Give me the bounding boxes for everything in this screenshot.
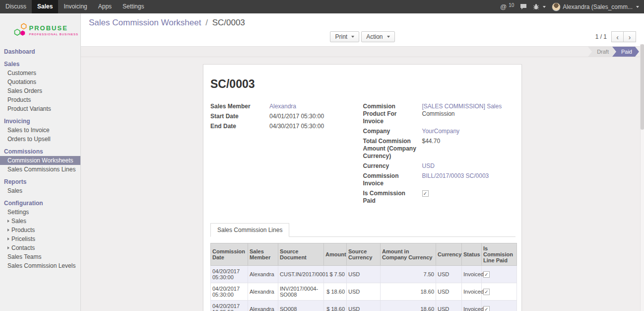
logo-name: PROBUSE [29,24,78,32]
sidebar-item-reports-sales[interactable]: Sales [0,186,80,195]
col-sales-member[interactable]: Sales Member [248,243,278,266]
company-link[interactable]: YourCompany [422,128,460,135]
menu-settings[interactable]: Settings [117,0,149,13]
scrollbar-thumb[interactable] [641,44,644,130]
print-button[interactable]: Print [330,31,359,42]
menu-apps[interactable]: Apps [93,0,117,13]
sidebar-header-configuration[interactable]: Configuration [0,199,80,208]
commission-product-link[interactable]: [SALES COMMISSION] Sales [422,103,502,110]
main-area: Sales Commission Worksheet / SC/0003 Pri… [81,13,644,311]
cell-company-amount: 18.60 [381,283,436,301]
tab-sales-commission-lines[interactable]: Sales Commission Lines [210,223,289,237]
line-paid-checkbox: ✓ [483,271,490,278]
cell-doc: CUST.IN/2017/0001 [278,266,324,283]
col-source-document[interactable]: Source Document [278,243,324,266]
expand-caret-icon [7,220,9,223]
sidebar-item-sales-orders[interactable]: Sales Orders [0,86,80,95]
cell-amount: $ 18.60 [324,301,347,311]
cell-status: Invoiced [462,301,482,311]
col-currency[interactable]: Currency [436,243,462,266]
sidebar-item-sales-to-invoice[interactable]: Sales to Invoice [0,126,80,135]
cell-date: 04/20/2017 10:35:53 [211,301,248,311]
expand-caret-icon [7,237,9,240]
control-panel-buttons: Print Action 1 / 1 ‹ › [89,31,636,43]
messages-menu[interactable]: @ 10 [500,3,514,10]
field-label-is-commission-paid: Is Commission Paid [363,190,422,205]
action-button[interactable]: Action [361,31,394,42]
pager: 1 / 1 ‹ › [595,31,636,43]
table-row[interactable]: 04/20/2017 05:30:00 Alexandra CUST.IN/20… [211,266,517,283]
field-label-sales-member: Sales Member [210,103,269,110]
sidebar-header-commissions[interactable]: Commissions [0,147,80,156]
field-label-currency: Currency [363,162,422,170]
commission-lines-table: Commission Date Sales Member Source Docu… [210,243,517,311]
menu-discuss[interactable]: Discuss [0,0,32,13]
field-groups: Sales Member Alexandra Start Date 04/01/… [210,103,515,207]
pager-buttons: ‹ › [611,31,636,42]
cell-source-currency: USD [347,266,381,283]
sidebar-item-config-products[interactable]: Products [0,226,80,234]
sidebar-header-sales[interactable]: Sales [0,60,80,69]
sidebar-item-settings[interactable]: Settings [0,208,80,217]
is-commission-paid-checkbox: ✓ [422,190,429,197]
sidebar-item-quotations[interactable]: Quotations [0,78,80,86]
col-amount[interactable]: Amount [324,243,347,266]
menu-sales[interactable]: Sales [32,0,58,13]
col-is-commission-line-paid[interactable]: Is Commision Line Paid [482,243,517,266]
status-step-paid[interactable]: Paid [612,47,639,57]
cell-member: Alexandra [248,301,278,311]
sidebar-header-invoicing[interactable]: Invoicing [0,117,80,126]
sidebar-item-sales-commissions-lines[interactable]: Sales Commissions Lines [0,165,80,174]
sidebar-item-customers[interactable]: Customers [0,69,80,78]
chat-menu[interactable] [520,3,527,10]
chevron-down-icon [636,6,639,8]
sales-member-link[interactable]: Alexandra [269,103,296,110]
table-row[interactable]: 04/20/2017 10:35:53 Alexandra SO008 $ 18… [211,301,517,311]
col-source-currency[interactable]: Source Currency [347,243,381,266]
cell-status: Invoiced [462,266,482,283]
field-label-total-commission: Total Commision Amount (Company Currency… [363,138,422,160]
vertical-scrollbar[interactable] [640,44,644,311]
sidebar-item-orders-to-upsell[interactable]: Orders to Upsell [0,135,80,144]
chevron-down-icon [543,6,546,8]
messages-count-badge: 10 [509,2,514,8]
debug-menu[interactable] [533,3,546,10]
sidebar-item-sales-commission-levels[interactable]: Sales Commission Levels [0,261,80,270]
status-step-draft[interactable]: Draft [588,47,616,57]
breadcrumb-separator: / [205,18,208,27]
menu-invoicing[interactable]: Invoicing [58,0,92,13]
chevron-down-icon [351,36,354,38]
print-button-label: Print [335,33,347,40]
cell-currency: USD [436,283,462,301]
avatar [552,2,561,11]
field-label-company: Company [363,128,422,135]
col-amount-company-currency[interactable]: Amount in Company Currency [381,243,436,266]
sidebar-item-product-variants[interactable]: Product Variants [0,104,80,113]
sidebar-item-config-pricelists[interactable]: Pricelists [0,234,80,243]
cell-source-currency: USD [347,283,381,301]
messages-icon: @ [500,3,507,10]
pager-counter: 1 / 1 [595,33,607,40]
chevron-down-icon [387,36,390,38]
sidebar-header-dashboard[interactable]: Dashboard [0,47,80,56]
user-menu[interactable]: Alexandra (Sales_comm... [552,2,639,11]
cell-status: Invoiced [462,283,482,301]
company-logo: PROBUSE PROFESSIONAL BUSINESS [13,17,78,42]
sidebar-item-config-sales[interactable]: Sales [0,217,80,226]
pager-previous-button[interactable]: ‹ [611,31,624,42]
sidebar-item-commission-worksheets[interactable]: Commission Worksheets [0,156,80,165]
sidebar-item-config-contacts[interactable]: Contacts [0,243,80,252]
topbar-right: @ 10 Alexandra (Sales_comm... [500,0,644,13]
table-header-row: Commission Date Sales Member Source Docu… [211,243,517,266]
col-status[interactable]: Status [462,243,482,266]
commission-invoice-link[interactable]: BILL/2017/0003 SC/0003 [422,172,489,179]
breadcrumb-parent-link[interactable]: Sales Commission Worksheet [89,18,201,27]
col-commission-date[interactable]: Commission Date [211,243,248,266]
cell-doc: INV/2017/0004-SO008 [278,283,324,301]
currency-link[interactable]: USD [422,162,435,169]
pager-next-button[interactable]: › [624,31,636,42]
sidebar-item-sales-teams[interactable]: Sales Teams [0,252,80,261]
sidebar-header-reports[interactable]: Reports [0,177,80,186]
sidebar-item-products[interactable]: Products [0,95,80,104]
table-row[interactable]: 04/20/2017 05:30:00 Alexandra INV/2017/0… [211,283,517,301]
